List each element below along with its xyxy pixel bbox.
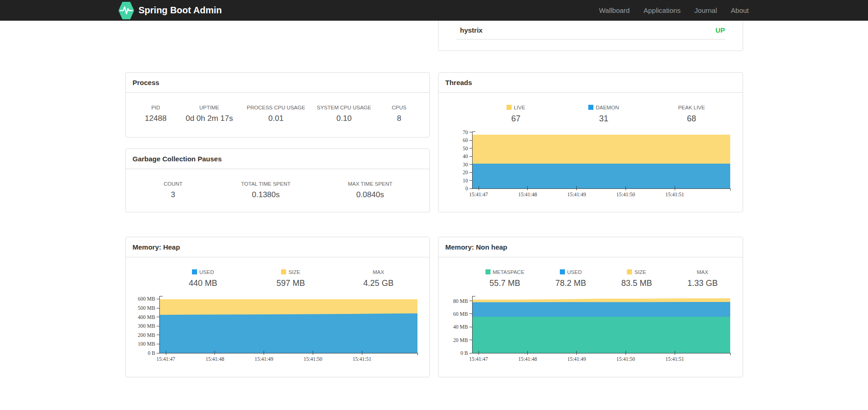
memory-heap-panel: Memory: Heap USED440 MBSIZE597 MBMAX4.25… bbox=[125, 237, 430, 377]
panel-title: Process bbox=[126, 73, 429, 93]
svg-text:70: 70 bbox=[462, 130, 468, 135]
panel-title: Memory: Heap bbox=[126, 237, 429, 257]
nav-item-about[interactable]: About bbox=[724, 0, 750, 21]
brand-link[interactable]: Spring Boot Admin bbox=[118, 2, 222, 19]
process-metrics: PID12488UPTIME0d 0h 2m 17sPROCESS CPU US… bbox=[133, 105, 423, 123]
metric-used: USED440 MB bbox=[159, 269, 247, 288]
metric-value: 67 bbox=[472, 114, 560, 124]
svg-text:20: 20 bbox=[462, 170, 468, 175]
metric-peak-live: PEAK LIVE68 bbox=[648, 105, 735, 124]
legend-swatch-icon bbox=[281, 269, 286, 274]
svg-text:15:41:48: 15:41:48 bbox=[518, 356, 537, 362]
series-daemon bbox=[472, 164, 730, 188]
svg-text:30: 30 bbox=[462, 162, 468, 167]
metric-value: 68 bbox=[648, 114, 735, 124]
metric-label: UPTIME bbox=[179, 105, 240, 110]
metric-label: LIVE bbox=[472, 105, 560, 110]
svg-text:0 B: 0 B bbox=[460, 350, 468, 356]
gc-metrics: COUNT3TOTAL TIME SPENT0.1380sMAX TIME SP… bbox=[133, 181, 423, 199]
panel-title: Threads bbox=[439, 73, 743, 93]
metric-value: 597 MB bbox=[247, 279, 334, 288]
svg-text:500 MB: 500 MB bbox=[137, 305, 155, 311]
metric-pid: PID12488 bbox=[133, 105, 179, 123]
memory-nonheap-panel: Memory: Non heap METASPACE55.7 MBUSED78.… bbox=[438, 237, 743, 377]
threads-legend: LIVE67DAEMON31PEAK LIVE68 bbox=[472, 105, 736, 124]
health-row-hystrix: hystrix UP bbox=[456, 21, 725, 40]
metric-cpus: CPUS8 bbox=[376, 105, 423, 123]
svg-text:15:41:49: 15:41:49 bbox=[567, 192, 586, 197]
legend-swatch-icon bbox=[627, 269, 632, 274]
svg-text:20 MB: 20 MB bbox=[453, 337, 468, 343]
svg-text:15:41:50: 15:41:50 bbox=[616, 192, 635, 197]
heap-area-chart: 0 B100 MB200 MB300 MB400 MB500 MB600 MB1… bbox=[133, 294, 421, 364]
metric-size: SIZE597 MB bbox=[247, 269, 334, 288]
nav-item-applications[interactable]: Applications bbox=[637, 0, 688, 21]
legend-swatch-icon bbox=[485, 269, 490, 274]
svg-text:200 MB: 200 MB bbox=[137, 332, 155, 338]
metric-value: 0.1380s bbox=[214, 190, 318, 199]
navbar-links: Wallboard Applications Journal About bbox=[592, 0, 750, 21]
metric-value: 12488 bbox=[133, 114, 179, 123]
panel-title: Garbage Collection Pauses bbox=[126, 149, 429, 169]
heap-chart: 0 B100 MB200 MB300 MB400 MB500 MB600 MB1… bbox=[133, 294, 423, 364]
svg-text:15:41:48: 15:41:48 bbox=[205, 356, 224, 362]
metric-max: MAX1.33 GB bbox=[670, 269, 736, 288]
threads-panel: Threads LIVE67DAEMON31PEAK LIVE68 010203… bbox=[438, 72, 743, 212]
metric-label: USED bbox=[538, 269, 604, 275]
metric-label: MAX TIME SPENT bbox=[318, 181, 422, 187]
top-navbar: Spring Boot Admin Wallboard Applications… bbox=[0, 0, 868, 21]
metric-value: 0.0840s bbox=[318, 190, 422, 199]
panel-title: Memory: Non heap bbox=[439, 237, 743, 257]
threads-area-chart: 01020304050607015:41:4715:41:4815:41:491… bbox=[445, 130, 734, 199]
process-panel: Process PID12488UPTIME0d 0h 2m 17sPROCES… bbox=[125, 72, 430, 137]
brand-title: Spring Boot Admin bbox=[139, 5, 222, 16]
legend-swatch-icon bbox=[507, 105, 512, 110]
svg-text:50: 50 bbox=[462, 146, 468, 151]
metric-label: MAX bbox=[334, 269, 422, 275]
status-badge: UP bbox=[716, 26, 725, 34]
metric-max: MAX4.25 GB bbox=[334, 269, 422, 288]
metric-daemon: DAEMON31 bbox=[560, 105, 648, 124]
metric-value: 31 bbox=[560, 114, 648, 124]
metric-label: MAX bbox=[670, 269, 736, 275]
svg-text:60 MB: 60 MB bbox=[453, 311, 468, 317]
metric-value: 3 bbox=[133, 190, 214, 199]
nonheap-area-chart: 0 B20 MB40 MB60 MB80 MB15:41:4715:41:481… bbox=[445, 294, 734, 364]
metric-value: 0.10 bbox=[312, 114, 376, 123]
nav-item-wallboard[interactable]: Wallboard bbox=[592, 0, 637, 21]
metric-label: CPUS bbox=[376, 105, 423, 110]
svg-text:15:41:47: 15:41:47 bbox=[469, 192, 488, 197]
nav-item-journal[interactable]: Journal bbox=[688, 0, 724, 21]
svg-text:40 MB: 40 MB bbox=[453, 324, 468, 330]
svg-text:15:41:50: 15:41:50 bbox=[616, 356, 635, 362]
svg-text:15:41:49: 15:41:49 bbox=[254, 356, 273, 362]
svg-text:15:41:48: 15:41:48 bbox=[518, 192, 537, 197]
metric-label: DAEMON bbox=[560, 105, 648, 110]
svg-text:15:41:49: 15:41:49 bbox=[567, 356, 586, 362]
nonheap-legend: METASPACE55.7 MBUSED78.2 MBSIZE83.5 MBMA… bbox=[472, 269, 736, 288]
health-panel: hystrix UP bbox=[438, 21, 743, 51]
svg-text:10: 10 bbox=[462, 178, 468, 183]
svg-text:15:41:47: 15:41:47 bbox=[469, 356, 488, 362]
metric-label: METASPACE bbox=[472, 269, 538, 275]
metric-value: 1.33 GB bbox=[670, 279, 736, 288]
svg-text:100 MB: 100 MB bbox=[137, 341, 155, 347]
metric-metaspace: METASPACE55.7 MB bbox=[472, 269, 538, 288]
legend-swatch-icon bbox=[588, 105, 593, 110]
svg-text:300 MB: 300 MB bbox=[137, 323, 155, 329]
metric-process-cpu-usage: PROCESS CPU USAGE0.01 bbox=[240, 105, 312, 123]
series-metaspace bbox=[472, 317, 730, 353]
metric-max-time-spent: MAX TIME SPENT0.0840s bbox=[318, 181, 422, 199]
metric-size: SIZE83.5 MB bbox=[604, 269, 670, 288]
svg-text:40: 40 bbox=[462, 154, 468, 159]
metric-label: SYSTEM CPU USAGE bbox=[312, 105, 376, 110]
svg-text:15:41:51: 15:41:51 bbox=[665, 192, 684, 197]
svg-text:0 B: 0 B bbox=[147, 350, 155, 356]
health-indicator-name: hystrix bbox=[456, 26, 483, 34]
metric-value: 8 bbox=[376, 114, 423, 123]
svg-text:15:41:47: 15:41:47 bbox=[156, 356, 175, 362]
svg-text:60: 60 bbox=[462, 137, 468, 143]
svg-text:15:41:51: 15:41:51 bbox=[352, 356, 371, 362]
metric-label: TOTAL TIME SPENT bbox=[214, 181, 318, 187]
metric-system-cpu-usage: SYSTEM CPU USAGE0.10 bbox=[312, 105, 376, 123]
